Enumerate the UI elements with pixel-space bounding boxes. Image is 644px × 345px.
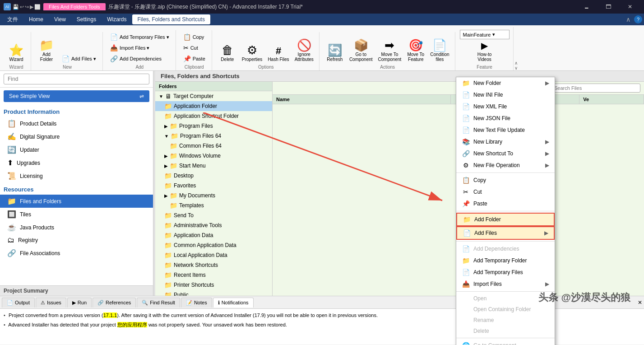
ctx-copy[interactable]: 📋 Copy — [456, 174, 555, 186]
folder-printer-shortcuts[interactable]: 📁 Printer Shortcuts — [155, 280, 272, 290]
close-output-btn[interactable]: ✕ — [638, 299, 642, 306]
ctx-new-file-op[interactable]: ⚙ New File Operation ▶ — [456, 159, 555, 171]
ribbon-scroll-down[interactable]: ∨ — [514, 65, 518, 70]
feature-selector[interactable]: MainFeature ▾ — [460, 30, 510, 39]
ignore-attrs-btn[interactable]: 🚫 IgnoreAttributes — [293, 33, 315, 64]
issues-tab-label: Issues — [47, 300, 61, 305]
menu-wizards[interactable]: Wizards — [102, 14, 132, 24]
sidebar-item-registry[interactable]: 🗂 Registry — [0, 234, 153, 247]
refresh-btn[interactable]: 🔄 Refresh — [324, 33, 346, 64]
ctx-import-files-label: Import Files — [473, 281, 502, 287]
folder-application[interactable]: 📁 Application Folder — [155, 101, 272, 111]
move-to-feature-btn[interactable]: 🎯 Move ToFeature — [405, 33, 426, 64]
tab-output[interactable]: 📄 Output — [2, 298, 35, 308]
hash-files-btn[interactable]: # Hash Files — [266, 33, 291, 64]
ctx-new-text-update[interactable]: 📄 New Text File Update — [456, 124, 555, 136]
folder-app-data[interactable]: 📁 Application Data — [155, 230, 272, 240]
ribbon-collapse-btn[interactable]: ∧ — [626, 16, 630, 23]
menu-settings[interactable]: Settings — [71, 14, 102, 24]
tab-notifications[interactable]: ℹ Notifications — [213, 298, 254, 308]
help-btn[interactable]: ? — [634, 15, 642, 23]
folder-public[interactable]: 📁 Public — [155, 290, 272, 296]
ctx-add-temp-files[interactable]: 📄 Add Temporary Files — [456, 266, 555, 278]
add-temp-files-icon: 📄 — [110, 33, 118, 41]
add-folder-btn[interactable]: 📁 AddFolder — [36, 33, 57, 64]
copy-btn[interactable]: 📋 Copy — [181, 32, 208, 42]
folder-send-to[interactable]: 📁 Send To — [155, 210, 272, 220]
ctx-add-folder[interactable]: 📁 Add Folder — [456, 213, 555, 226]
menu-file[interactable]: 文件 — [2, 14, 23, 25]
add-deps-btn[interactable]: 🔗 Add Dependencies — [107, 54, 172, 64]
cut-btn[interactable]: ✂ Cut — [181, 43, 208, 53]
folder-windows-volume[interactable]: ▶ 📁 Windows Volume — [155, 151, 272, 161]
tab-notes[interactable]: 📝 Notes — [181, 298, 212, 308]
folder-templates[interactable]: 📁 Templates — [155, 200, 272, 210]
add-files-btn[interactable]: 📄 Add Files ▾ — [59, 54, 99, 64]
wizard-btn[interactable]: ⭐ Wizard — [5, 33, 27, 64]
folder-local-app-data[interactable]: 📁 Local Application Data — [155, 250, 272, 260]
ctx-new-shortcut[interactable]: 🔗 New Shortcut To ▶ — [456, 148, 555, 159]
ctx-new-shortcut-label: New Shortcut To — [473, 150, 513, 157]
ribbon-scroll-up[interactable]: ∧ — [514, 61, 518, 65]
ctx-paste[interactable]: 📌 Paste — [456, 198, 555, 210]
search-files-input[interactable] — [550, 84, 640, 93]
sidebar-item-digital-signature[interactable]: ✍ Digital Signature — [0, 130, 153, 143]
minimize-btn[interactable]: 🗕 — [576, 0, 597, 14]
maximize-btn[interactable]: 🗖 — [598, 0, 619, 14]
ctx-add-temp-folder[interactable]: 📁 Add Temporary Folder — [456, 255, 555, 266]
menu-view[interactable]: View — [49, 14, 71, 24]
folder-admin-tools[interactable]: 📁 Administrative Tools — [155, 220, 272, 230]
ctx-new-ini[interactable]: 📄 New INI File — [456, 89, 555, 101]
close-btn[interactable]: ✕ — [620, 0, 640, 14]
import-files-btn[interactable]: 📥 Import Files ▾ — [107, 43, 172, 53]
tab-references[interactable]: 🔗 References — [93, 298, 136, 308]
folder-common-files-64[interactable]: 📁 Common Files 64 — [155, 141, 272, 151]
simple-view-btn[interactable]: See Simple View ⇌ — [4, 90, 149, 102]
folder-favorites[interactable]: 📁 Favorites — [155, 181, 272, 191]
ctx-new-folder[interactable]: 📁 New Folder ▶ — [456, 77, 555, 89]
condition-files-btn[interactable]: 📄 Conditionfiles — [428, 33, 451, 64]
sidebar-search-input[interactable] — [4, 74, 149, 84]
how-to-videos-btn[interactable]: ▶ How-toVideos — [460, 41, 510, 64]
files-folders-tools-tab[interactable]: Files And Folders Tools — [43, 3, 106, 10]
tab-run[interactable]: ▶ Run — [67, 298, 92, 308]
sidebar-item-files-folders[interactable]: 📁 Files and Folders — [0, 195, 153, 208]
sidebar-item-product-details[interactable]: 📋 Product Details — [0, 117, 153, 130]
folder-desktop[interactable]: 📁 Desktop — [155, 171, 272, 181]
folder-common-app-data[interactable]: 📁 Common Application Data — [155, 240, 272, 250]
ctx-import-files[interactable]: 📥 Import Files ▶ — [456, 278, 555, 290]
menu-files-folders[interactable]: Files, Folders and Shortcuts — [132, 14, 210, 24]
delete-btn[interactable]: 🗑 Delete — [217, 33, 238, 64]
tab-find-result[interactable]: 🔍 Find Result — [137, 298, 180, 308]
goto-component-btn[interactable]: 📦 Go toComponent — [347, 33, 375, 64]
properties-btn[interactable]: ⚙ Properties — [240, 33, 264, 64]
folder-start-menu[interactable]: ▶ 📁 Start Menu — [155, 161, 272, 171]
sidebar-item-upgrades[interactable]: ⬆ Upgrades — [0, 156, 153, 169]
ctx-goto-component-label: Go to Component — [473, 342, 516, 345]
folder-app-shortcut[interactable]: 📁 Application Shortcut Folder — [155, 111, 272, 121]
ctx-cut[interactable]: ✂ Cut — [456, 186, 555, 198]
ctx-new-json[interactable]: 📄 New JSON File — [456, 112, 555, 124]
add-temp-files-btn[interactable]: 📄 Add Temporary Files ▾ — [107, 32, 172, 42]
folder-my-documents[interactable]: ▶ 📁 My Documents — [155, 191, 272, 200]
sidebar-item-updater[interactable]: 🔄 Updater — [0, 143, 153, 156]
ctx-new-xml[interactable]: 📄 New XML File — [456, 101, 555, 112]
ctx-add-files[interactable]: 📄 Add Files ▶ — [456, 226, 555, 240]
move-to-component-btn[interactable]: ➡ Move ToComponent — [376, 33, 403, 64]
project-summary[interactable]: Project Summary — [0, 285, 153, 296]
sidebar-item-tiles[interactable]: 🔲 Tiles — [0, 208, 153, 221]
folder-program-files-64[interactable]: ▼ 📁 Program Files 64 — [155, 131, 272, 141]
sidebar-item-java-products[interactable]: ☕ Java Products — [0, 221, 153, 234]
folder-recent-items[interactable]: 📁 Recent Items — [155, 270, 272, 280]
folder-target-computer[interactable]: ▼ 🖥 Target Computer — [155, 91, 272, 101]
desktop-label: Desktop — [174, 172, 194, 179]
folder-program-files[interactable]: ▶ 📁 Program Files — [155, 121, 272, 131]
paste-btn[interactable]: 📌 Paste — [181, 54, 208, 64]
sidebar-item-file-associations[interactable]: 🔗 File Associations — [0, 247, 153, 260]
ctx-new-library[interactable]: 📚 New Library ▶ — [456, 136, 555, 148]
sidebar-item-licensing[interactable]: 📜 Licensing — [0, 169, 153, 182]
tab-issues[interactable]: ⚠ Issues — [36, 298, 66, 308]
folder-network-shortcuts[interactable]: 📁 Network Shortcuts — [155, 260, 272, 270]
menu-home[interactable]: Home — [23, 14, 49, 24]
program-files-64-icon: 📁 — [171, 132, 178, 140]
